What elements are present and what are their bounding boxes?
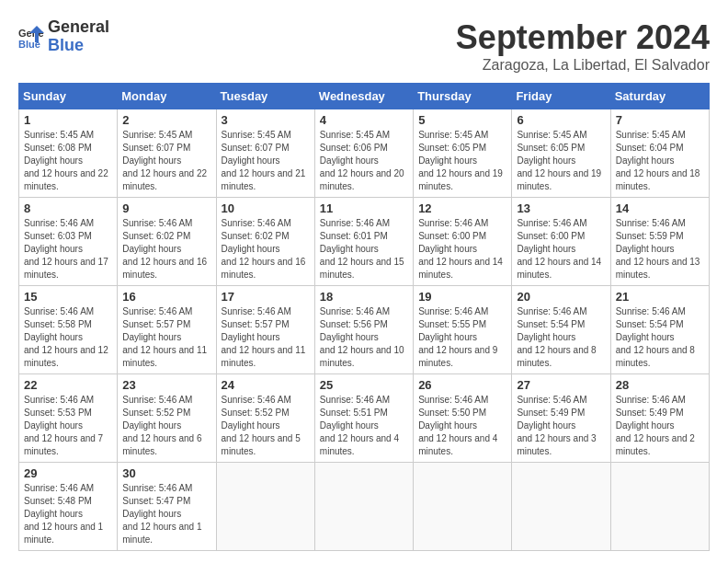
- calendar-cell: 6 Sunrise: 5:45 AM Sunset: 6:05 PM Dayli…: [512, 109, 610, 198]
- calendar-cell: [610, 463, 709, 551]
- day-info: Sunrise: 5:46 AM Sunset: 6:02 PM Dayligh…: [222, 217, 310, 282]
- location-title: Zaragoza, La Libertad, El Salvador: [456, 57, 710, 74]
- day-number: 17: [222, 290, 310, 304]
- day-info: Sunrise: 5:45 AM Sunset: 6:05 PM Dayligh…: [418, 129, 506, 193]
- day-info: Sunrise: 5:46 AM Sunset: 5:56 PM Dayligh…: [320, 305, 408, 370]
- day-info: Sunrise: 5:45 AM Sunset: 6:04 PM Dayligh…: [616, 129, 704, 193]
- day-info: Sunrise: 5:46 AM Sunset: 5:47 PM Dayligh…: [122, 482, 210, 546]
- day-number: 9: [122, 201, 210, 215]
- calendar-header-sunday: Sunday: [19, 84, 118, 109]
- day-info: Sunrise: 5:46 AM Sunset: 5:54 PM Dayligh…: [517, 305, 605, 370]
- day-info: Sunrise: 5:46 AM Sunset: 5:59 PM Dayligh…: [616, 217, 704, 282]
- day-info: Sunrise: 5:46 AM Sunset: 6:03 PM Dayligh…: [24, 217, 112, 282]
- calendar-cell: 30 Sunrise: 5:46 AM Sunset: 5:47 PM Dayl…: [118, 463, 216, 551]
- day-number: 22: [24, 378, 112, 392]
- logo-line2: Blue: [48, 37, 109, 55]
- calendar-body: 1 Sunrise: 5:45 AM Sunset: 6:08 PM Dayli…: [19, 109, 710, 551]
- calendar-cell: 3 Sunrise: 5:45 AM Sunset: 6:07 PM Dayli…: [216, 109, 314, 198]
- day-number: 15: [24, 290, 112, 304]
- day-number: 19: [418, 290, 506, 304]
- calendar-table: SundayMondayTuesdayWednesdayThursdayFrid…: [18, 83, 710, 551]
- calendar-cell: [414, 463, 512, 551]
- day-info: Sunrise: 5:46 AM Sunset: 5:53 PM Dayligh…: [24, 394, 112, 458]
- day-number: 27: [517, 378, 605, 392]
- day-info: Sunrise: 5:45 AM Sunset: 6:08 PM Dayligh…: [24, 129, 112, 193]
- calendar-cell: 16 Sunrise: 5:46 AM Sunset: 5:57 PM Dayl…: [118, 286, 216, 374]
- day-info: Sunrise: 5:45 AM Sunset: 6:07 PM Dayligh…: [222, 129, 310, 193]
- calendar-header-row: SundayMondayTuesdayWednesdayThursdayFrid…: [19, 84, 710, 109]
- calendar-header-tuesday: Tuesday: [216, 84, 314, 109]
- calendar-week-4: 22 Sunrise: 5:46 AM Sunset: 5:53 PM Dayl…: [19, 374, 710, 463]
- day-number: 1: [24, 113, 112, 127]
- day-info: Sunrise: 5:46 AM Sunset: 6:01 PM Dayligh…: [320, 217, 408, 282]
- day-info: Sunrise: 5:46 AM Sunset: 5:57 PM Dayligh…: [122, 305, 210, 370]
- day-info: Sunrise: 5:46 AM Sunset: 5:54 PM Dayligh…: [616, 305, 704, 370]
- day-number: 6: [517, 113, 605, 127]
- calendar-header-thursday: Thursday: [414, 84, 512, 109]
- calendar-cell: 2 Sunrise: 5:45 AM Sunset: 6:07 PM Dayli…: [118, 109, 216, 198]
- day-number: 8: [24, 201, 112, 215]
- calendar-cell: 12 Sunrise: 5:46 AM Sunset: 6:00 PM Dayl…: [414, 198, 512, 286]
- day-number: 23: [122, 378, 210, 392]
- calendar-cell: 10 Sunrise: 5:46 AM Sunset: 6:02 PM Dayl…: [216, 198, 314, 286]
- calendar-cell: 17 Sunrise: 5:46 AM Sunset: 5:57 PM Dayl…: [216, 286, 314, 374]
- calendar-header-friday: Friday: [512, 84, 610, 109]
- day-number: 28: [616, 378, 704, 392]
- logo-line1: General: [48, 18, 109, 37]
- day-info: Sunrise: 5:46 AM Sunset: 5:55 PM Dayligh…: [418, 305, 506, 370]
- calendar-cell: 11 Sunrise: 5:46 AM Sunset: 6:01 PM Dayl…: [314, 198, 413, 286]
- day-info: Sunrise: 5:45 AM Sunset: 6:06 PM Dayligh…: [320, 129, 408, 193]
- day-number: 29: [24, 466, 112, 480]
- day-number: 5: [418, 113, 506, 127]
- day-number: 7: [616, 113, 704, 127]
- day-info: Sunrise: 5:46 AM Sunset: 5:52 PM Dayligh…: [122, 394, 210, 458]
- calendar-week-5: 29 Sunrise: 5:46 AM Sunset: 5:48 PM Dayl…: [19, 463, 710, 551]
- calendar-cell: 20 Sunrise: 5:46 AM Sunset: 5:54 PM Dayl…: [512, 286, 610, 374]
- calendar-cell: 7 Sunrise: 5:45 AM Sunset: 6:04 PM Dayli…: [610, 109, 709, 198]
- calendar-header-monday: Monday: [118, 84, 216, 109]
- day-number: 14: [616, 201, 704, 215]
- calendar-cell: 23 Sunrise: 5:46 AM Sunset: 5:52 PM Dayl…: [118, 374, 216, 463]
- day-number: 21: [616, 290, 704, 304]
- logo-icon: General Blue: [18, 24, 44, 50]
- calendar-week-1: 1 Sunrise: 5:45 AM Sunset: 6:08 PM Dayli…: [19, 109, 710, 198]
- day-info: Sunrise: 5:46 AM Sunset: 6:02 PM Dayligh…: [122, 217, 210, 282]
- calendar-cell: 19 Sunrise: 5:46 AM Sunset: 5:55 PM Dayl…: [414, 286, 512, 374]
- day-number: 2: [122, 113, 210, 127]
- day-info: Sunrise: 5:46 AM Sunset: 5:49 PM Dayligh…: [517, 394, 605, 458]
- calendar-cell: 25 Sunrise: 5:46 AM Sunset: 5:51 PM Dayl…: [314, 374, 413, 463]
- day-info: Sunrise: 5:45 AM Sunset: 6:07 PM Dayligh…: [122, 129, 210, 193]
- calendar-cell: 5 Sunrise: 5:45 AM Sunset: 6:05 PM Dayli…: [414, 109, 512, 198]
- calendar-cell: 27 Sunrise: 5:46 AM Sunset: 5:49 PM Dayl…: [512, 374, 610, 463]
- day-number: 11: [320, 201, 408, 215]
- day-info: Sunrise: 5:46 AM Sunset: 6:00 PM Dayligh…: [517, 217, 605, 282]
- calendar-cell: 21 Sunrise: 5:46 AM Sunset: 5:54 PM Dayl…: [610, 286, 709, 374]
- calendar-cell: 26 Sunrise: 5:46 AM Sunset: 5:50 PM Dayl…: [414, 374, 512, 463]
- day-number: 24: [222, 378, 310, 392]
- logo-text: General Blue: [48, 18, 109, 55]
- day-info: Sunrise: 5:46 AM Sunset: 5:52 PM Dayligh…: [222, 394, 310, 458]
- day-info: Sunrise: 5:46 AM Sunset: 5:50 PM Dayligh…: [418, 394, 506, 458]
- calendar-cell: 8 Sunrise: 5:46 AM Sunset: 6:03 PM Dayli…: [19, 198, 118, 286]
- calendar-cell: 14 Sunrise: 5:46 AM Sunset: 5:59 PM Dayl…: [610, 198, 709, 286]
- day-info: Sunrise: 5:46 AM Sunset: 6:00 PM Dayligh…: [418, 217, 506, 282]
- page-header: General Blue General Blue September 2024…: [18, 18, 710, 74]
- calendar-cell: [512, 463, 610, 551]
- day-info: Sunrise: 5:46 AM Sunset: 5:49 PM Dayligh…: [616, 394, 704, 458]
- month-title: September 2024: [456, 18, 710, 57]
- calendar-cell: 18 Sunrise: 5:46 AM Sunset: 5:56 PM Dayl…: [314, 286, 413, 374]
- day-number: 3: [222, 113, 310, 127]
- calendar-cell: 24 Sunrise: 5:46 AM Sunset: 5:52 PM Dayl…: [216, 374, 314, 463]
- day-info: Sunrise: 5:45 AM Sunset: 6:05 PM Dayligh…: [517, 129, 605, 193]
- calendar-week-2: 8 Sunrise: 5:46 AM Sunset: 6:03 PM Dayli…: [19, 198, 710, 286]
- day-number: 25: [320, 378, 408, 392]
- day-number: 26: [418, 378, 506, 392]
- day-info: Sunrise: 5:46 AM Sunset: 5:58 PM Dayligh…: [24, 305, 112, 370]
- calendar-cell: 15 Sunrise: 5:46 AM Sunset: 5:58 PM Dayl…: [19, 286, 118, 374]
- calendar-cell: 22 Sunrise: 5:46 AM Sunset: 5:53 PM Dayl…: [19, 374, 118, 463]
- day-number: 4: [320, 113, 408, 127]
- calendar-cell: 4 Sunrise: 5:45 AM Sunset: 6:06 PM Dayli…: [314, 109, 413, 198]
- calendar-cell: 29 Sunrise: 5:46 AM Sunset: 5:48 PM Dayl…: [19, 463, 118, 551]
- calendar-cell: 9 Sunrise: 5:46 AM Sunset: 6:02 PM Dayli…: [118, 198, 216, 286]
- day-number: 16: [122, 290, 210, 304]
